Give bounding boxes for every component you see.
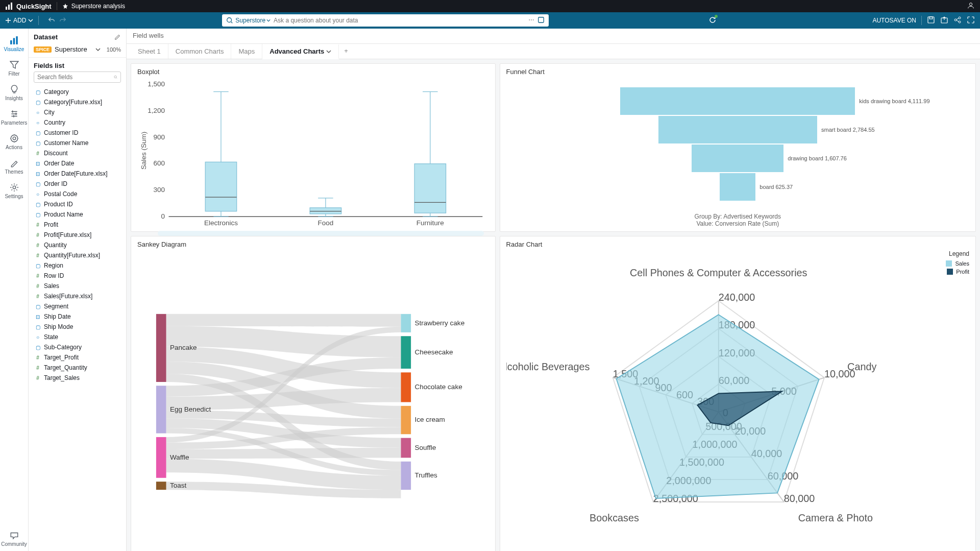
field-item[interactable]: ○Country [29,117,126,128]
viz-funnel[interactable]: Funnel Chart kids drawing board 4,111.99… [500,63,976,232]
field-type-icon: ○ [35,120,41,126]
funnel-segment[interactable]: drawing board 1,607.76 [506,145,969,172]
share-icon[interactable] [953,16,962,26]
sheet-tab[interactable]: Common Charts [168,44,232,59]
fields-list: ▢Category▢Category[Future.xlsx]○City○Cou… [29,86,126,551]
undo-button[interactable] [48,16,55,25]
field-item[interactable]: #Profit[Future.xlsx] [29,230,126,240]
field-item[interactable]: ⊡Ship Date [29,312,126,322]
field-item[interactable]: ▢Category[Future.xlsx] [29,97,126,107]
nlq-more-icon[interactable] [528,17,534,25]
field-item[interactable]: ⊡Order Date [29,158,126,169]
nlq-expand-icon[interactable] [537,16,545,25]
legend-item-profit[interactable]: Profit [930,269,969,275]
svg-text:Food: Food [317,219,333,227]
field-label: Sales [44,282,59,290]
dataset-selector[interactable]: SPICE Superstore 100% [29,43,126,58]
field-type-icon: # [35,151,41,156]
field-item[interactable]: #Sales[Future.xlsx] [29,291,126,301]
rail-community[interactable]: Community [0,526,28,551]
edit-dataset-icon[interactable] [114,33,121,41]
rail-insights[interactable]: Insights [0,81,28,105]
field-item[interactable]: ▢Order ID [29,179,126,189]
field-item[interactable]: #Profit [29,220,126,230]
insights-icon [10,85,19,94]
plus-icon [5,17,11,23]
rail-filter[interactable]: Filter [0,56,28,81]
actions-icon [10,134,19,143]
viz-radar[interactable]: Radar Chart Cell Phones & Computer & Acc… [500,236,976,551]
funnel-segment[interactable]: smart board 2,784.55 [506,116,969,143]
legend-item-sales[interactable]: Sales [930,260,969,267]
field-item[interactable]: ○Postal Code [29,189,126,199]
autosave-label[interactable]: AUTOSAVE ON [872,17,916,24]
nlq-dataset-chip[interactable]: Superstore [235,17,265,24]
analysis-title[interactable]: Superstore analysis [62,3,125,10]
svg-text:Toast: Toast [170,482,187,489]
save-icon[interactable] [927,16,935,26]
field-item[interactable]: #Target_Quantity [29,363,126,373]
field-item[interactable]: #Sales [29,281,126,291]
field-item[interactable]: ⊡Order Date[Future.xlsx] [29,169,126,179]
field-type-icon: ○ [35,191,41,197]
field-label: Ship Mode [44,323,73,330]
field-item[interactable]: ▢Customer ID [29,128,126,138]
field-item[interactable]: #Quantity[Future.xlsx] [29,250,126,260]
field-item[interactable]: #Discount [29,148,126,158]
field-item[interactable]: ▢Category [29,87,126,97]
rail-themes[interactable]: Themes [0,154,28,179]
field-item[interactable]: #Target_Profit [29,352,126,363]
add-button[interactable]: ADD [5,17,33,24]
nlq-input[interactable] [271,17,528,24]
field-item[interactable]: ▢Segment [29,301,126,312]
field-item[interactable]: ▢Product ID [29,199,126,209]
fit-icon[interactable] [967,16,975,26]
funnel-segment[interactable]: kids drawing board 4,111.99 [506,87,969,115]
svg-point-7 [533,19,534,20]
field-item[interactable]: #Target_Sales [29,373,126,383]
app-logo[interactable]: QuickSight [5,2,52,10]
field-item[interactable]: ○State [29,332,126,342]
field-type-icon: ▢ [35,212,41,218]
field-item[interactable]: ▢Customer Name [29,138,126,148]
field-label: Segment [44,303,68,310]
rail-actions[interactable]: Actions [0,130,28,154]
export-icon[interactable] [940,16,948,26]
rail-parameters[interactable]: Parameters [0,105,28,130]
field-wells[interactable]: Field wells [127,29,980,44]
redo-button[interactable] [59,16,66,25]
rail-settings[interactable]: Settings [0,179,28,203]
field-label: Category [44,88,69,95]
viz-sankey[interactable]: Sankey Diagram PancakeEgg BenedictWaffle… [131,236,496,551]
svg-text:80,000: 80,000 [783,493,815,504]
field-type-icon: ○ [35,110,41,115]
sheet-tab[interactable]: Sheet 1 [131,44,168,59]
boxplot-hscroll[interactable] [158,231,484,236]
sheet-tab[interactable]: Advanced Charts [262,44,339,59]
sheet-tab[interactable]: Maps [231,44,262,59]
app-header: QuickSight Superstore analysis [0,0,980,12]
user-menu[interactable] [967,2,975,11]
filter-icon [10,60,19,69]
field-item[interactable]: ▢Ship Mode [29,322,126,332]
viz-boxplot[interactable]: Boxplot 03006009001,2001,500ElectronicsF… [131,63,496,232]
fields-list-header: Fields list [29,58,126,71]
nlq-bar[interactable]: Superstore [222,14,549,27]
fields-search[interactable] [34,71,121,83]
rail-visualize[interactable]: Visualize [0,32,28,56]
fields-search-input[interactable] [37,74,114,81]
field-item[interactable]: #Quantity [29,240,126,250]
field-item[interactable]: ▢Product Name [29,209,126,220]
svg-point-4 [227,18,232,22]
refresh-q-button[interactable] [708,16,717,26]
field-item[interactable]: ○City [29,107,126,117]
funnel-segment[interactable]: board 625.37 [506,173,969,201]
add-sheet-button[interactable]: + [339,44,353,59]
field-item[interactable]: #Row ID [29,271,126,281]
field-item[interactable]: ▢Region [29,260,126,271]
field-type-icon: # [35,355,41,361]
svg-rect-9 [928,17,934,23]
chevron-down-icon [28,18,33,23]
left-rail: Visualize Filter Insights Parameters Act… [0,29,29,551]
field-item[interactable]: ▢Sub-Category [29,342,126,352]
